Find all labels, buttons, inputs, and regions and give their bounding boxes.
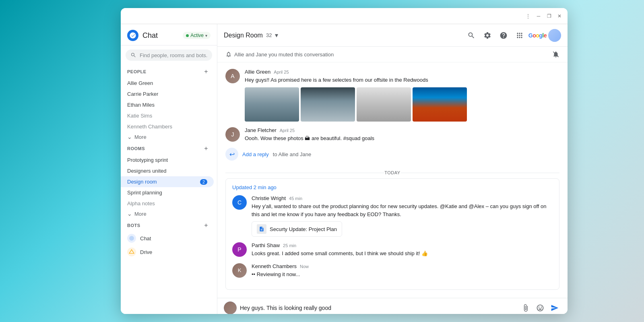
photo-thumb-1[interactable] bbox=[245, 87, 299, 122]
sidebar-item-sprint-planning[interactable]: Sprint planning bbox=[121, 187, 214, 198]
file-attachment[interactable]: Securty Update: Project Plan bbox=[252, 221, 342, 237]
more-options-btn[interactable]: ⋮ bbox=[525, 13, 531, 19]
allie-sender-name: Allie Green bbox=[245, 69, 270, 75]
sidebar-item-alpha-notes[interactable]: Alpha notes bbox=[121, 198, 214, 209]
sidebar-item-bot-chat[interactable]: Chat bbox=[121, 231, 217, 245]
search-bar bbox=[121, 45, 217, 65]
main-content: Design Room 32 ▾ bbox=[217, 24, 568, 314]
allie-message-time: April 25 bbox=[274, 70, 289, 74]
allie-avatar: A bbox=[225, 69, 240, 83]
emoji-btn[interactable] bbox=[534, 301, 547, 314]
jane-message-content: Jane Fletcher April 25 Oooh. Wow these p… bbox=[245, 127, 559, 142]
attach-btn[interactable] bbox=[519, 301, 532, 314]
status-dot-icon bbox=[186, 34, 189, 37]
sidebar-item-carrie-parker[interactable]: Carrie Parker bbox=[121, 89, 214, 99]
date-divider: TODAY bbox=[217, 167, 568, 178]
reply-icon[interactable]: ↩ bbox=[225, 148, 238, 161]
search-input[interactable] bbox=[140, 52, 207, 58]
jane-avatar: J bbox=[225, 127, 240, 142]
photo-thumb-2[interactable] bbox=[301, 87, 355, 122]
chat-logo-icon bbox=[127, 30, 138, 41]
kenneth-message-text: •• Reviewing it now... bbox=[252, 270, 553, 279]
settings-btn[interactable] bbox=[480, 28, 495, 43]
photo-thumb-4[interactable] bbox=[413, 87, 467, 122]
people-section-header: PEOPLE + bbox=[121, 65, 217, 78]
apps-btn[interactable] bbox=[512, 28, 527, 43]
muted-text: Allie and Jane you muted this conversati… bbox=[234, 52, 334, 58]
allie-message-text: Hey guys!! As promised here is a few sel… bbox=[245, 76, 559, 84]
input-area bbox=[217, 298, 568, 314]
user-avatar[interactable] bbox=[548, 29, 561, 42]
main-layout: Chat Active ▾ PEOPLE + bbox=[121, 24, 568, 314]
photo-thumb-3[interactable] bbox=[357, 87, 411, 122]
sidebar-item-ethan-miles[interactable]: Ethan Miles bbox=[121, 99, 214, 110]
christie-sender-name: Christie Wright bbox=[252, 195, 286, 201]
input-user-avatar bbox=[224, 301, 237, 314]
bots-section-header: BOTS + bbox=[121, 219, 217, 231]
unmute-btn[interactable] bbox=[552, 51, 559, 58]
sidebar-item-kenneth-chambers[interactable]: Kenneth Chambers bbox=[121, 121, 214, 132]
kenneth-message-meta: Kenneth Chambers Now bbox=[252, 263, 553, 269]
status-chevron-icon: ▾ bbox=[205, 33, 207, 38]
sidebar-item-designers-united[interactable]: Designers united bbox=[121, 165, 214, 176]
status-badge[interactable]: Active ▾ bbox=[183, 32, 211, 39]
search-btn[interactable] bbox=[464, 28, 479, 43]
updated-label: Updated 2 min ago bbox=[232, 184, 553, 190]
rooms-section-header: ROOMS + bbox=[121, 142, 217, 155]
room-dropdown-icon[interactable]: ▾ bbox=[275, 31, 278, 39]
search-wrap[interactable] bbox=[126, 50, 212, 61]
rooms-label: ROOMS bbox=[127, 146, 145, 151]
people-more-btn[interactable]: ⌄ More bbox=[121, 132, 217, 142]
add-bot-btn[interactable]: + bbox=[202, 221, 211, 230]
sidebar-item-allie-green[interactable]: Allie Green bbox=[121, 78, 214, 89]
file-icon bbox=[257, 224, 266, 234]
sidebar-item-design-room[interactable]: Design room 2 bbox=[121, 176, 214, 187]
parthi-avatar: P bbox=[232, 242, 247, 257]
parthi-sender-name: Parthi Shaw bbox=[252, 242, 280, 248]
sidebar-item-prototyping-sprint[interactable]: Prototyping sprint bbox=[121, 155, 214, 165]
message-thread-1: A Allie Green April 25 Hey guys!! As pro… bbox=[217, 62, 568, 167]
header-actions: Google bbox=[464, 28, 561, 43]
message-row-parthi: P Parthi Shaw 25 min Looks great. I adde… bbox=[232, 242, 553, 258]
svg-marker-2 bbox=[129, 250, 134, 253]
message-row-christie: C Christie Wright 45 min Hey y'all, want… bbox=[232, 195, 553, 237]
minimize-btn[interactable]: ─ bbox=[535, 13, 542, 19]
close-btn[interactable]: ✕ bbox=[556, 13, 563, 19]
christie-message-content: Christie Wright 45 min Hey y'all, wanted… bbox=[252, 195, 553, 237]
help-btn[interactable] bbox=[496, 28, 511, 43]
christie-message-time: 45 min bbox=[289, 196, 302, 201]
title-bar: ⋮ ─ ❐ ✕ bbox=[121, 8, 568, 24]
search-icon bbox=[130, 52, 136, 58]
sidebar-header: Chat Active ▾ bbox=[121, 24, 217, 45]
muted-notice: Allie and Jane you muted this conversati… bbox=[217, 47, 568, 62]
rooms-more-btn[interactable]: ⌄ More bbox=[121, 209, 217, 219]
message-input[interactable] bbox=[240, 305, 516, 311]
message-row-kenneth: K Kenneth Chambers Now •• Reviewing it n… bbox=[232, 263, 553, 279]
app-window: ⋮ ─ ❐ ✕ Chat Active ▾ bbox=[121, 8, 568, 314]
reply-row: ↩ Add a reply to Allie and Jane bbox=[225, 148, 559, 161]
parthi-message-meta: Parthi Shaw 25 min bbox=[252, 242, 553, 248]
messages-area[interactable]: Allie and Jane you muted this conversati… bbox=[217, 47, 568, 314]
reply-to: to Allie and Jane bbox=[273, 151, 311, 157]
allie-message-meta: Allie Green April 25 bbox=[245, 69, 559, 75]
bot-drive-icon bbox=[127, 248, 136, 256]
google-logo: Google bbox=[528, 32, 547, 39]
sidebar-item-katie-sims[interactable]: Katie Sims bbox=[121, 110, 214, 121]
add-room-btn[interactable]: + bbox=[202, 144, 211, 153]
christie-message-text: Hey y'all, wanted to share out the produ… bbox=[252, 202, 553, 218]
message-row-allie: A Allie Green April 25 Hey guys!! As pro… bbox=[225, 69, 559, 122]
christie-avatar: C bbox=[232, 195, 247, 210]
room-count: 32 bbox=[266, 32, 272, 38]
kenneth-message-time: Now bbox=[300, 264, 309, 269]
chat-header: Design Room 32 ▾ bbox=[217, 24, 568, 47]
reply-link[interactable]: Add a reply bbox=[242, 151, 269, 157]
send-btn[interactable] bbox=[548, 301, 561, 314]
message-row-jane: J Jane Fletcher April 25 Oooh. Wow these… bbox=[225, 127, 559, 142]
restore-btn[interactable]: ❐ bbox=[546, 13, 552, 19]
status-label: Active bbox=[190, 33, 204, 38]
sidebar-item-bot-drive[interactable]: Drive bbox=[121, 245, 217, 259]
allie-message-content: Allie Green April 25 Hey guys!! As promi… bbox=[245, 69, 559, 122]
room-name: Design Room bbox=[224, 32, 263, 39]
add-person-btn[interactable]: + bbox=[202, 67, 211, 76]
updated-section: Updated 2 min ago C Christie Wright 45 m… bbox=[225, 178, 559, 290]
